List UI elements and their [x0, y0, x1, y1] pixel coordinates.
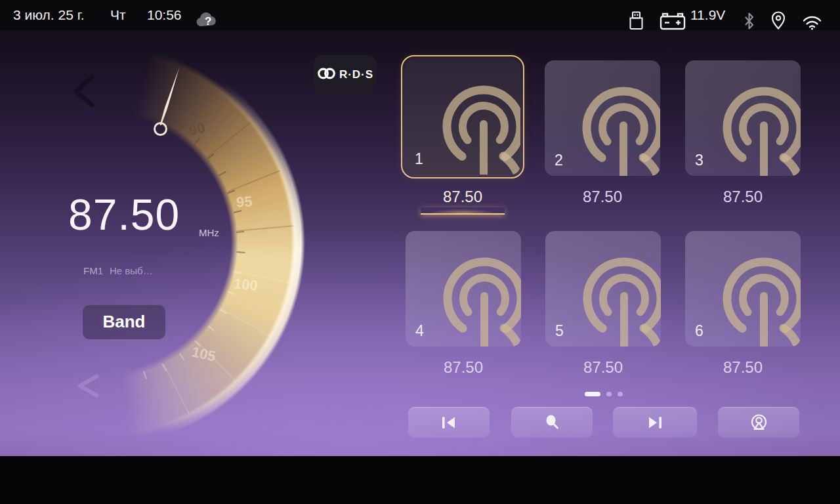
rds-badge: R·D·S: [314, 55, 377, 94]
preset-frequency-4: 87.50: [406, 358, 521, 377]
weather-unknown-icon: ?: [194, 5, 218, 35]
status-bar: 3 июл. 25 г. Чт 10:56 ? 11.9V: [0, 0, 840, 30]
location-icon: [770, 5, 786, 35]
battery-voltage: 11.9V: [690, 0, 725, 30]
search-icon: [544, 414, 560, 430]
wifi-icon: [802, 7, 822, 37]
preset-frequency-1: 87.50: [405, 188, 520, 206]
band-button-label: Band: [103, 312, 146, 332]
station-beacon-icon: [750, 414, 768, 431]
tuning-needle-hub: [154, 122, 167, 136]
page-dot[interactable]: [618, 392, 623, 396]
system-nav-bar: ♫ 87.5: [0, 456, 840, 504]
status-time: 10:56: [147, 0, 182, 30]
current-band: FM1: [83, 265, 103, 276]
preset-number: 4: [415, 322, 424, 340]
scan-search-button[interactable]: [511, 407, 593, 438]
rds-label: R·D·S: [339, 68, 373, 81]
preset-frequency-6: 87.50: [685, 358, 801, 377]
preset-tile-4[interactable]: 4: [406, 231, 521, 346]
preset-frequency-5: 87.50: [545, 358, 661, 377]
frequency-unit: MHz: [199, 227, 219, 238]
preset-tile-3[interactable]: 3: [685, 60, 801, 176]
preset-frequency-3: 87.50: [685, 188, 801, 206]
svg-text:?: ?: [205, 15, 211, 28]
decor-chevron-bottom: [72, 373, 102, 402]
page-dot-active[interactable]: [585, 392, 600, 396]
skip-next-icon: [646, 415, 663, 430]
decor-chevron-top: [70, 74, 97, 112]
current-frequency: 87.50: [68, 190, 180, 240]
seek-previous-button[interactable]: [408, 407, 490, 438]
preset-number: 2: [555, 152, 563, 169]
station-status: Не выб…: [110, 265, 153, 276]
station-list-button[interactable]: [718, 407, 799, 438]
band-button[interactable]: Band: [83, 304, 165, 339]
car-battery-icon: [659, 7, 686, 37]
preset-tile-6[interactable]: 6: [685, 231, 801, 346]
preset-page-indicator[interactable]: [585, 392, 623, 396]
preset-tile-2[interactable]: 2: [545, 60, 660, 176]
preset-tile-1[interactable]: 1: [405, 59, 520, 175]
preset-number: 3: [695, 152, 704, 169]
preset-number: 6: [695, 322, 704, 340]
rds-logo-icon: [317, 66, 338, 83]
preset-frequency-2: 87.50: [545, 188, 660, 206]
car-radio-screen: 3 июл. 25 г. Чт 10:56 ? 11.9V: [0, 0, 840, 504]
preset-number: 1: [415, 150, 423, 168]
preset-number: 5: [555, 322, 564, 340]
radio-main-area: 90 95 100 105 87.50 MHz FM1 Не выб… Band…: [0, 30, 840, 456]
status-weekday: Чт: [110, 0, 126, 30]
selected-preset-glow: [421, 207, 505, 215]
status-date: 3 июл. 25 г.: [13, 0, 85, 30]
bluetooth-icon: [743, 6, 755, 36]
seek-next-button[interactable]: [613, 407, 697, 438]
skip-previous-icon: [440, 415, 457, 430]
tuning-dial-rim-glow: [0, 39, 305, 446]
preset-tile-5[interactable]: 5: [545, 231, 661, 346]
usb-icon: [627, 5, 645, 35]
page-dot[interactable]: [606, 392, 612, 396]
